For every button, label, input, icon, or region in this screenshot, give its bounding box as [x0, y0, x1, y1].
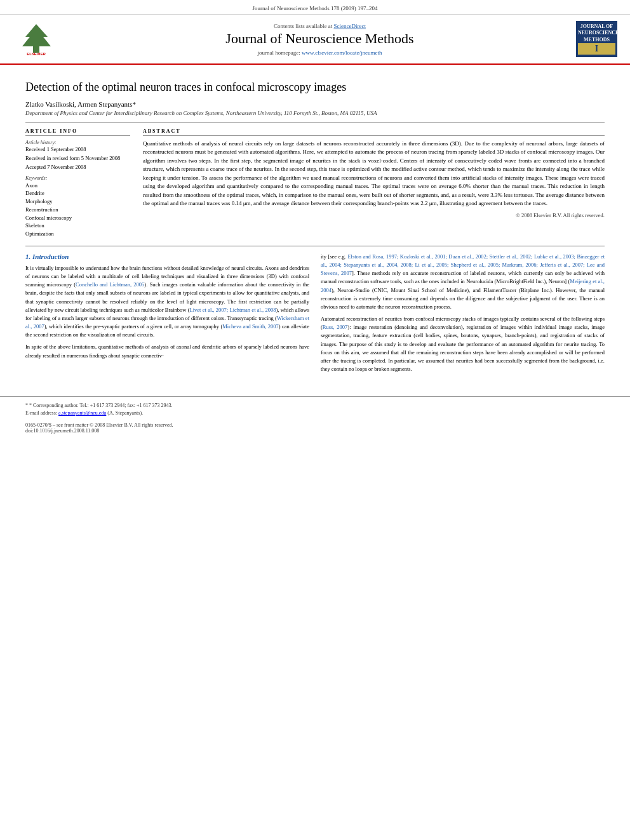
keywords-label: Keywords: [25, 175, 130, 181]
received-1: Received 1 September 2008 [25, 146, 130, 152]
article-info-abstract-section: ARTICLE INFO Article history: Received 1… [25, 128, 605, 238]
email-link[interactable]: a.stepanyants@neu.edu [58, 410, 106, 416]
intro-right-para-2: Automated reconstruction of neurites fro… [321, 315, 605, 373]
doi-line: doi:10.1016/j.jneumeth.2008.11.008 [25, 428, 605, 434]
received-revised: Received in revised form 5 November 2008 [25, 155, 130, 161]
keyword-item: Dendrite [25, 189, 130, 197]
divider-1 [25, 123, 605, 123]
section1-title: 1. Introduction [25, 253, 309, 260]
sciencedirect-link[interactable]: ScienceDirect [334, 23, 366, 29]
elsevier-logo: ELSEVIER [13, 21, 64, 57]
journal-badge: JOURNAL OF NEUROSCIENCE METHODS I [576, 21, 617, 57]
svg-text:ELSEVIER: ELSEVIER [27, 52, 46, 56]
article-title: Detection of the optimal neuron traces i… [25, 80, 605, 95]
journal-title: Journal of Neuroscience Methods [64, 30, 576, 47]
abstract-col: ABSTRACT Quantitative methods of analysi… [143, 128, 605, 238]
introduction-section: 1. Introduction It is virtually impossib… [25, 253, 605, 377]
journal-homepage-link[interactable]: www.elsevier.com/locate/jneumeth [302, 50, 382, 56]
keyword-item: Axon [25, 182, 130, 190]
footer-email: E-mail address: a.stepanyants@neu.edu (A… [25, 410, 605, 417]
keywords-list: AxonDendriteMorphologyReconstructionConf… [25, 182, 130, 238]
accepted: Accepted 7 November 2008 [25, 164, 130, 170]
history-label: Article history: [25, 140, 130, 145]
article-affiliation: Department of Physics and Center for Int… [25, 110, 605, 116]
contents-bar: Contents lists available at ScienceDirec… [64, 23, 576, 29]
intro-right-para-1: ity [see e.g. Elston and Rosa, 1997; Koz… [321, 253, 605, 311]
article-info-heading: ARTICLE INFO [25, 128, 130, 136]
keyword-item: Skeleton [25, 222, 130, 230]
journal-header: ELSEVIER Contents lists available at Sci… [0, 15, 630, 65]
keyword-item: Confocal microscopy [25, 214, 130, 222]
badge-box: JOURNAL OF NEUROSCIENCE METHODS I [576, 21, 617, 57]
abstract-heading: ABSTRACT [143, 128, 605, 136]
badge-stripe: I [578, 43, 615, 55]
article-content: Detection of the optimal neuron traces i… [0, 65, 630, 390]
keyword-item: Reconstruction [25, 206, 130, 214]
copyright-line: © 2008 Elsevier B.V. All rights reserved… [143, 212, 605, 218]
intro-right-col: ity [see e.g. Elston and Rosa, 1997; Koz… [321, 253, 605, 377]
badge-icon: I [595, 43, 598, 55]
page: Journal of Neuroscience Methods 178 (200… [0, 0, 630, 840]
keyword-item: Optimization [25, 230, 130, 238]
abstract-text: Quantitative methods of analysis of neur… [143, 140, 605, 208]
keyword-item: Morphology [25, 197, 130, 206]
article-footer: * * Corresponding author. Tel.: +1 617 3… [0, 396, 630, 439]
intro-para-2: In spite of the above limitations, quant… [25, 343, 309, 359]
badge-title-line1: JOURNAL OF [578, 23, 615, 30]
badge-title-line2: NEUROSCIENCE [578, 30, 615, 36]
journal-citation: Journal of Neuroscience Methods 178 (200… [253, 5, 378, 11]
article-info-col: ARTICLE INFO Article history: Received 1… [25, 128, 130, 238]
article-authors: Zlatko Vasilkoski, Armen Stepanyants* [25, 100, 605, 108]
issn-line: 0165-0270/$ – see front matter © 2008 El… [25, 422, 605, 428]
intro-left-text: It is virtually impossible to understand… [25, 264, 309, 360]
badge-title-line3: METHODS [578, 37, 615, 43]
intro-para-1: It is virtually impossible to understand… [25, 264, 309, 340]
journal-top-bar: Journal of Neuroscience Methods 178 (200… [0, 0, 630, 15]
intro-left-col: 1. Introduction It is virtually impossib… [25, 253, 309, 377]
footer-footnote: * * Corresponding author. Tel.: +1 617 3… [25, 402, 605, 410]
intro-right-text: ity [see e.g. Elston and Rosa, 1997; Koz… [321, 253, 605, 373]
journal-title-block: Contents lists available at ScienceDirec… [64, 23, 576, 56]
divider-2 [25, 246, 605, 246]
journal-homepage: journal homepage: www.elsevier.com/locat… [64, 50, 576, 56]
